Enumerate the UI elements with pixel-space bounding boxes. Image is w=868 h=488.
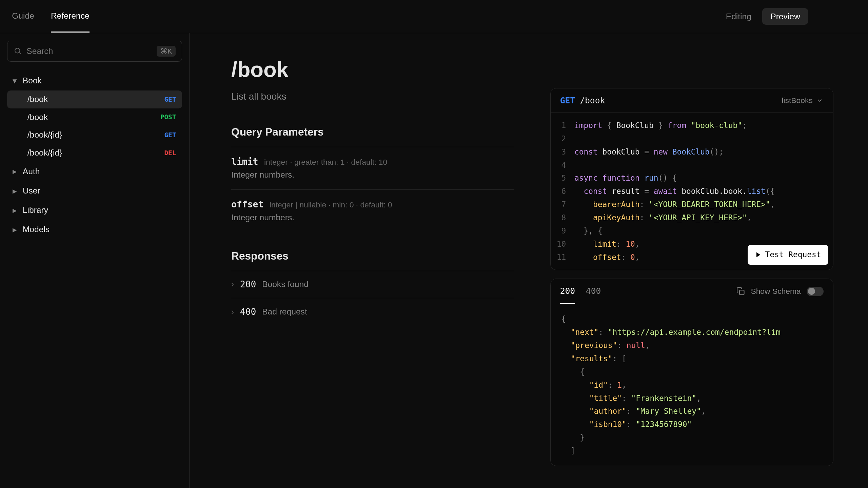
- param-row: offsetinteger | nullable · min: 0 · defa…: [231, 189, 514, 232]
- nav-item-path: /book: [27, 95, 48, 104]
- main-content: /book List all books Query Parameters li…: [190, 33, 868, 488]
- panels-column: GET /book listBooks 1import { BookClub }…: [550, 57, 833, 488]
- request-panel: GET /book listBooks 1import { BookClub }…: [550, 88, 833, 270]
- json-line: "previous": null,: [561, 339, 822, 352]
- nav-group-library[interactable]: ▸Library: [7, 201, 182, 220]
- param-name: limit: [231, 157, 258, 167]
- nav-group-models[interactable]: ▸Models: [7, 220, 182, 239]
- json-line: "id": 1,: [561, 379, 822, 392]
- json-line: "next": "https://api.example.com/endpoin…: [561, 326, 822, 339]
- response-code: 200: [240, 279, 256, 289]
- json-line: ]: [561, 444, 822, 458]
- svg-marker-11: [756, 252, 760, 257]
- mode-preview[interactable]: Preview: [762, 8, 809, 25]
- nav-item[interactable]: /book/{id}GET: [7, 126, 182, 144]
- nav-group-user[interactable]: ▸User: [7, 181, 182, 200]
- chevron-icon: ▾: [11, 76, 19, 86]
- top-nav-tabs: Guide Reference: [12, 1, 89, 33]
- response-tab-200[interactable]: 200: [560, 279, 575, 304]
- response-row[interactable]: ›200Books found: [231, 271, 514, 298]
- show-schema-label: Show Schema: [751, 287, 801, 296]
- test-request-label: Test Request: [765, 248, 821, 261]
- tab-guide[interactable]: Guide: [12, 1, 34, 33]
- response-label: Books found: [262, 280, 309, 289]
- nav-item[interactable]: /book/{id}DEL: [7, 144, 182, 162]
- nav-group-label: Models: [23, 225, 50, 234]
- nav-group-label: Auth: [23, 167, 40, 176]
- param-meta: integer | nullable · min: 0 · default: 0: [270, 200, 392, 209]
- search-input[interactable]: [26, 46, 152, 56]
- nav-item-path: /book/{id}: [27, 148, 62, 158]
- method-badge: GET: [164, 96, 176, 103]
- method-badge: GET: [164, 131, 176, 139]
- test-request-button[interactable]: Test Request: [748, 245, 828, 265]
- json-line: {: [561, 312, 822, 326]
- json-line: "author": "Mary Shelley",: [561, 405, 822, 418]
- chevron-icon: ▸: [11, 225, 19, 235]
- code-line: 2: [551, 132, 833, 145]
- chevron-right-icon: ›: [231, 307, 234, 317]
- operation-name: listBooks: [782, 96, 812, 105]
- svg-point-0: [15, 48, 20, 53]
- mode-editing[interactable]: Editing: [717, 8, 760, 25]
- nav-group-book[interactable]: ▾Book: [7, 71, 182, 90]
- json-line: {: [561, 365, 822, 379]
- search-box[interactable]: ⌘K: [7, 41, 182, 62]
- param-meta: integer · greater than: 1 · default: 10: [264, 158, 387, 167]
- copy-icon[interactable]: [736, 287, 745, 296]
- response-json: { "next": "https://api.example.com/endpo…: [551, 304, 833, 466]
- search-shortcut: ⌘K: [157, 46, 176, 57]
- nav-group-label: User: [23, 186, 40, 196]
- nav-item-path: /book/{id}: [27, 130, 62, 140]
- request-path: /book: [580, 96, 605, 105]
- response-row[interactable]: ›400Bad request: [231, 298, 514, 325]
- code-line: 1import { BookClub } from "book-club";: [551, 119, 833, 132]
- json-line: "isbn10": "1234567890": [561, 418, 822, 431]
- request-method: GET: [560, 96, 575, 105]
- code-line: 8 apiKeyAuth: "<YOUR_API_KEY_HERE>",: [551, 211, 833, 224]
- play-icon: [755, 251, 762, 258]
- param-desc: Integer numbers.: [231, 213, 514, 222]
- sidebar: ⌘K ▾Book/bookGET/bookPOST/book/{id}GET/b…: [0, 33, 190, 488]
- code-line: 6 const result = await bookClub.book.lis…: [551, 185, 833, 198]
- param-name: offset: [231, 199, 263, 209]
- method-badge: POST: [160, 113, 176, 121]
- show-schema-toggle[interactable]: [807, 287, 823, 296]
- nav-group-label: Library: [23, 205, 48, 215]
- tab-reference[interactable]: Reference: [51, 1, 90, 33]
- code-line: 9 }, {: [551, 224, 833, 238]
- json-line: "results": [: [561, 352, 822, 365]
- method-badge: DEL: [164, 149, 176, 157]
- json-line: }: [561, 431, 822, 444]
- nav-item-path: /book: [27, 113, 48, 122]
- code-line: 5async function run() {: [551, 171, 833, 185]
- json-line: "title": "Frankenstein",: [561, 392, 822, 405]
- response-label: Bad request: [262, 307, 307, 317]
- nav-group-auth[interactable]: ▸Auth: [7, 162, 182, 181]
- response-panel: 200400 Show Schema { "next": "https://ap…: [550, 279, 833, 466]
- page-title: /book: [231, 57, 514, 82]
- responses-heading: Responses: [231, 250, 514, 262]
- svg-line-1: [19, 53, 21, 54]
- chevron-right-icon: ›: [231, 280, 234, 289]
- page-subtitle: List all books: [231, 91, 514, 102]
- params-heading: Query Parameters: [231, 126, 514, 138]
- svg-rect-12: [739, 290, 744, 295]
- response-code: 400: [240, 307, 256, 317]
- mode-switcher: Editing Preview: [717, 8, 808, 25]
- code-line: 7 bearerAuth: "<YOUR_BEARER_TOKEN_HERE>"…: [551, 198, 833, 211]
- operation-dropdown[interactable]: listBooks: [782, 96, 823, 105]
- code-line: 4: [551, 159, 833, 172]
- nav-group-label: Book: [23, 76, 42, 85]
- code-sample: 1import { BookClub } from "book-club";23…: [551, 113, 833, 270]
- param-desc: Integer numbers.: [231, 170, 514, 180]
- top-nav: Guide Reference Editing Preview: [0, 0, 868, 33]
- nav-item[interactable]: /bookGET: [7, 90, 182, 108]
- chevron-down-icon: [816, 97, 823, 104]
- nav-item[interactable]: /bookPOST: [7, 108, 182, 126]
- response-tab-400[interactable]: 400: [586, 279, 601, 304]
- code-line: 3const bookClub = new BookClub();: [551, 145, 833, 159]
- nav-tree: ▾Book/bookGET/bookPOST/book/{id}GET/book…: [0, 69, 189, 488]
- search-icon: [14, 47, 22, 55]
- chevron-icon: ▸: [11, 186, 19, 196]
